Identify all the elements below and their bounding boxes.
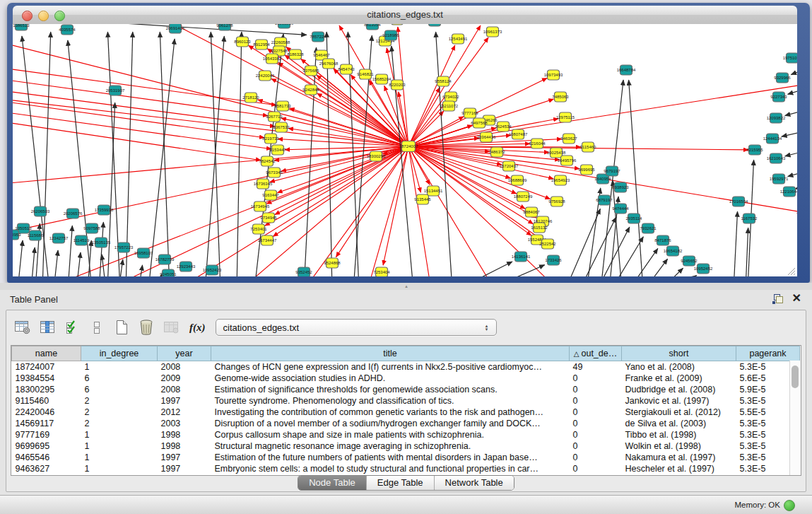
table-cell[interactable]: 9699695 [12,440,81,452]
graph-node[interactable]: 8454743 [338,64,355,74]
table-cell[interactable]: 2 [81,407,158,418]
graph-node[interactable]: 7253404 [373,267,390,276]
graph-node[interactable]: 9352452 [295,267,312,276]
table-scrollbar[interactable] [789,361,801,475]
graph-node[interactable]: 16648784 [617,65,636,75]
graph-node[interactable]: 18724007 [399,141,418,152]
table-row[interactable]: 1938455462009Genome-wide association stu… [12,373,800,384]
table-row[interactable]: 1456911722003Disruption of a novel membe… [12,418,800,429]
table-cell[interactable]: 2 [81,418,158,429]
graph-node[interactable]: 17957223 [114,243,134,252]
table-cell[interactable]: Jankovic et al. (1997) [622,395,736,407]
table-cell[interactable]: Tourette syndrome. Phenomenology and cla… [211,395,570,407]
create-column-icon[interactable] [112,319,131,336]
table-cell[interactable]: Tibbo et al. (1998) [622,429,736,440]
graph-node[interactable]: 8813054 [364,24,381,30]
graph-node[interactable]: 17016504 [729,197,748,206]
network-canvas[interactable]: 8960123891295422260588932754810543382818… [13,24,797,276]
graph-node[interactable]: 16736345 [254,179,273,189]
column-header-year[interactable]: year [158,346,211,361]
table-cell[interactable]: 9463627 [12,463,81,474]
graph-node[interactable]: 9474444 [612,204,629,214]
graph-node[interactable]: 9163447 [262,190,279,200]
graph-node[interactable]: 9153447 [269,145,286,155]
table-cell[interactable]: 1 [81,463,158,474]
graph-node[interactable]: 19751074 [783,53,797,63]
graph-node[interactable]: 9524868 [324,258,341,268]
tab-node-table[interactable]: Node Table [298,476,366,490]
graph-node[interactable]: 9115460 [580,142,597,152]
table-cell[interactable]: Wolkin et al. (1998) [622,440,736,452]
table-row[interactable]: 1830029562008Estimation of significance … [12,384,800,395]
graph-node[interactable]: 1386513 [13,24,30,30]
graph-node[interactable]: 9756928 [548,197,565,206]
window-titlebar[interactable]: citations_edges.txt [13,6,797,25]
table-cell[interactable]: 18300295 [12,384,81,395]
column-header-short[interactable]: short [622,346,736,361]
table-cell[interactable]: Franke et al. (2009) [622,373,736,384]
table-cell[interactable]: Estimation of the future numbers of pati… [211,452,570,463]
tab-edge-table[interactable]: Edge Table [366,476,434,490]
show-columns-icon[interactable] [38,319,57,336]
graph-node[interactable]: 11254408 [388,24,407,25]
graph-node[interactable]: 16211072 [440,101,459,111]
graph-node[interactable]: 1733426 [545,255,562,265]
graph-node[interactable]: 2718120 [242,93,259,103]
graph-node[interactable]: 1615132 [531,223,548,233]
graph-node[interactable]: 7824542 [259,156,276,166]
table-cell[interactable]: Disruption of a novel member of a sodium… [211,418,570,429]
graph-node[interactable]: 9242844 [302,85,319,95]
graph-node[interactable]: 1115686 [28,230,44,240]
table-cell[interactable]: 1 [81,440,158,452]
table-cell[interactable]: 1997 [158,463,211,474]
graph-node[interactable]: 12444134 [763,134,782,144]
graph-node[interactable]: 16640910 [425,24,445,26]
table-cell[interactable]: 49 [570,361,622,373]
graph-node[interactable]: 9218986 [382,30,399,40]
graph-node[interactable]: 9135445 [414,194,431,204]
select-rows-icon[interactable] [63,319,81,336]
table-cell[interactable]: 0 [570,452,622,463]
table-cell[interactable]: Structural magnetic resonance image aver… [211,440,570,452]
graph-node[interactable]: 8186328 [287,49,304,59]
table-cell[interactable]: 9465546 [12,452,81,463]
table-cell[interactable]: Dudbridge et al. (2008) [622,384,736,395]
graph-node[interactable]: 16210643 [767,153,786,163]
graph-node[interactable]: 9097588 [83,223,100,233]
table-cell[interactable]: Changes of HCN gene expression and I(f) … [211,361,570,373]
graph-node[interactable]: 9673345 [266,168,283,177]
graph-node[interactable]: 10961373 [483,27,502,37]
table-cell[interactable]: 1998 [158,429,211,440]
graph-node[interactable]: 9329966 [774,73,791,83]
graph-node[interactable]: 2522542 [539,239,556,249]
table-cell[interactable]: 6 [81,373,158,384]
graph-node[interactable]: 9267713 [266,112,283,122]
graph-node[interactable]: 9884067 [523,207,540,217]
table-row[interactable]: 2242004622012Investigating the contribut… [12,407,800,418]
table-cell[interactable]: 0 [570,463,622,474]
table-cell[interactable]: 6 [81,384,158,395]
delete-column-icon[interactable] [137,319,155,336]
graph-node[interactable]: 16782759 [155,255,175,264]
graph-node[interactable]: 9734945 [260,213,277,223]
graph-node[interactable]: 8219733 [262,134,279,144]
graph-node[interactable]: 10952452 [694,264,713,274]
graph-node[interactable]: 9699695 [578,165,595,175]
graph-node[interactable]: 10688609 [508,175,527,185]
table-switcher-select[interactable]: citations_edges.txt ▲▼ [216,319,497,336]
graph-node[interactable]: 9375685 [302,66,319,76]
table-cell[interactable]: 22420046 [12,407,81,418]
table-cell[interactable]: Nakamura et al. (1997) [622,452,736,463]
graph-node[interactable]: 8938923 [612,182,629,192]
table-cell[interactable]: Estimation of significance thresholds fo… [211,384,570,395]
graph-node[interactable]: 9245051 [160,269,177,276]
graph-node[interactable]: 9558124 [435,76,452,86]
graph-node[interactable]: 7486372 [488,147,505,157]
graph-node[interactable]: 18807249 [514,192,533,201]
table-scrollbar-thumb[interactable] [792,366,799,388]
graph-node[interactable]: 8960123 [234,37,251,47]
table-cell[interactable]: 2003 [158,418,211,429]
function-builder-icon[interactable]: f(x) [189,322,206,334]
graph-node[interactable]: 10952423 [203,265,222,275]
table-cell[interactable]: 1 [81,452,158,463]
